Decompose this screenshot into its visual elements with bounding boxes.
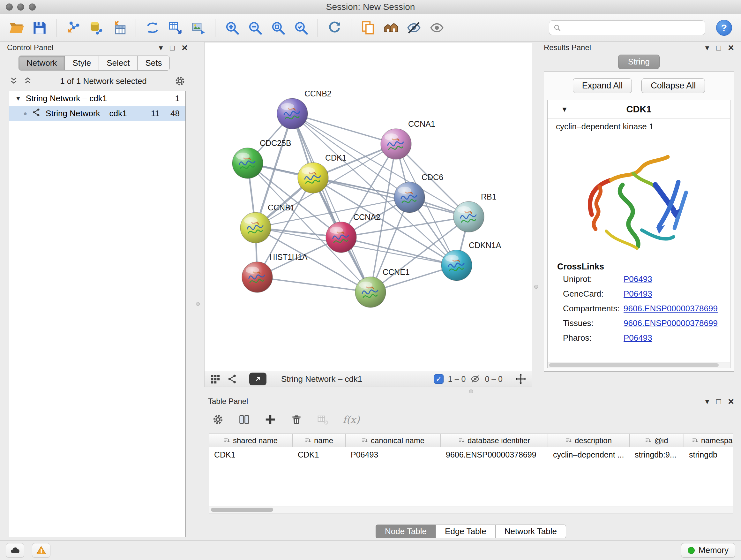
network-to-table-button[interactable] xyxy=(165,17,186,38)
tab-node-table[interactable]: Node Table xyxy=(376,524,436,538)
import-network-button[interactable] xyxy=(63,17,83,38)
collapse-panel-button[interactable]: ▾ xyxy=(705,44,710,52)
network-node-rb1[interactable]: RB1 xyxy=(454,192,496,232)
tree-expander-icon[interactable]: ▼ xyxy=(15,95,21,102)
close-panel-button[interactable]: × xyxy=(182,43,188,53)
function-builder-button[interactable]: f(x) xyxy=(343,414,360,425)
delete-column-button[interactable] xyxy=(290,414,302,426)
pharos-link[interactable]: P06493 xyxy=(623,333,652,343)
genecard-link[interactable]: P06493 xyxy=(623,289,652,299)
collapse-all-button[interactable]: Collapse All xyxy=(642,78,705,93)
tab-network-table[interactable]: Network Table xyxy=(495,524,566,538)
tab-string[interactable]: String xyxy=(618,55,660,69)
zoom-selected-button[interactable] xyxy=(291,17,311,38)
zoom-fit-button[interactable] xyxy=(268,17,288,38)
network-node-ccnb1[interactable]: CCNB1 xyxy=(240,203,295,243)
network-node-cdk1[interactable]: CDK1 xyxy=(298,153,347,193)
network-row[interactable]: ● String Network – cdk1 11 48 xyxy=(9,106,185,121)
network-node-ccna1[interactable]: CCNA1 xyxy=(381,119,435,159)
string-results-box: Expand All Collapse All ▼ CDK1 cyclin–de… xyxy=(544,71,734,372)
grid-view-button[interactable] xyxy=(210,374,220,384)
splitter-handle[interactable] xyxy=(469,389,473,393)
column-header-shared-name[interactable]: shared name xyxy=(209,434,293,447)
crosshair-icon xyxy=(515,373,527,385)
minimize-window-button[interactable] xyxy=(17,3,24,10)
network-node-cdc25b[interactable]: CDC25B xyxy=(232,138,291,179)
network-node-hist1h1a[interactable]: HIST1H1A xyxy=(242,253,308,293)
tab-edge-table[interactable]: Edge Table xyxy=(435,524,495,538)
table-row[interactable]: CDK1 CDK1 P06493 9606.ENSP00000378699 cy… xyxy=(209,447,733,462)
node-label-cdc25b: CDC25B xyxy=(260,138,291,147)
float-panel-button[interactable]: □ xyxy=(170,44,175,52)
network-edge-ccnb2-ccne1[interactable] xyxy=(292,114,370,292)
close-panel-button[interactable]: × xyxy=(728,396,734,407)
search-input[interactable] xyxy=(564,23,701,33)
tab-sets[interactable]: Sets xyxy=(138,56,170,70)
network-share-button[interactable] xyxy=(227,374,238,384)
column-header-namespace[interactable]: namespac xyxy=(684,434,733,447)
import-network-from-database-button[interactable] xyxy=(86,17,106,38)
hide-selected-button[interactable] xyxy=(404,17,424,38)
open-in-new-window-button[interactable] xyxy=(249,373,266,385)
warnings-button[interactable] xyxy=(32,543,51,558)
compartments-link[interactable]: 9606.ENSP00000378699 xyxy=(623,304,718,314)
network-edge-ccnb2-ccna1[interactable] xyxy=(292,114,396,144)
show-columns-button[interactable] xyxy=(238,414,250,426)
memory-button[interactable]: Memory xyxy=(681,543,735,558)
table-options-button[interactable] xyxy=(212,414,224,426)
float-panel-button[interactable]: □ xyxy=(716,44,721,52)
expand-tree-button[interactable] xyxy=(23,76,32,86)
splitter-handle[interactable] xyxy=(196,302,200,306)
close-window-button[interactable] xyxy=(6,3,13,10)
refresh-button[interactable] xyxy=(324,17,345,38)
splitter-handle[interactable] xyxy=(534,285,538,289)
zoom-in-button[interactable] xyxy=(222,17,242,38)
zoom-out-button[interactable] xyxy=(245,17,265,38)
tab-select[interactable]: Select xyxy=(99,56,138,70)
import-table-button[interactable] xyxy=(109,17,129,38)
tab-style[interactable]: Style xyxy=(65,56,99,70)
export-image-button[interactable] xyxy=(188,17,209,38)
collapse-panel-button[interactable]: ▾ xyxy=(159,44,163,52)
delete-table-button[interactable] xyxy=(317,414,329,426)
network-node-ccne1[interactable]: CCNE1 xyxy=(355,267,410,307)
node-label-rb1: RB1 xyxy=(481,192,496,201)
zoom-window-button[interactable] xyxy=(29,3,36,10)
collapse-panel-button[interactable]: ▾ xyxy=(705,397,710,406)
results-panel-title: Results Panel xyxy=(544,43,591,52)
scrollbar-thumb[interactable] xyxy=(549,363,719,367)
collapse-tree-button[interactable] xyxy=(9,76,18,86)
float-panel-button[interactable]: □ xyxy=(716,397,721,406)
network-canvas[interactable]: CCNB2CCNA1CDC25BCDK1CDC6RB1CCNB1CCNA2CDK… xyxy=(205,43,532,371)
help-button[interactable]: ? xyxy=(716,20,732,36)
network-exchange-button[interactable] xyxy=(142,17,163,38)
column-header-database-identifier[interactable]: database identifier xyxy=(441,434,548,447)
create-column-button[interactable] xyxy=(264,414,276,426)
open-session-button[interactable] xyxy=(6,17,27,38)
pan-crosshair-button[interactable] xyxy=(515,373,527,385)
network-collection-row[interactable]: ▼ String Network – cdk1 1 xyxy=(9,91,185,106)
gene-expander-icon[interactable]: ▼ xyxy=(561,105,568,114)
scrollbar-thumb[interactable] xyxy=(211,508,273,512)
cloud-status-button[interactable] xyxy=(6,543,24,558)
selected-checkbox[interactable]: ✓ xyxy=(434,374,444,384)
column-header-description[interactable]: description xyxy=(548,434,630,447)
column-header-id[interactable]: @id xyxy=(630,434,684,447)
save-session-button[interactable] xyxy=(29,17,50,38)
column-header-canonical-name[interactable]: canonical name xyxy=(346,434,441,447)
show-selected-button[interactable] xyxy=(427,17,447,38)
node-label-cdc6: CDC6 xyxy=(421,173,443,182)
duplicate-network-button[interactable] xyxy=(358,17,378,38)
tissues-link[interactable]: 9606.ENSP00000378699 xyxy=(623,318,718,328)
tab-network[interactable]: Network xyxy=(19,56,65,70)
network-options-button[interactable] xyxy=(174,75,186,87)
graphics-details-button[interactable] xyxy=(381,17,401,38)
expand-all-button[interactable]: Expand All xyxy=(573,78,632,93)
network-edge-hist1h1a-ccne1[interactable] xyxy=(257,277,370,292)
close-panel-button[interactable]: × xyxy=(728,43,734,53)
uniprot-link[interactable]: P06493 xyxy=(623,274,652,284)
gene-header-row[interactable]: ▼ CDK1 xyxy=(548,100,730,119)
cell-id: stringdb:9... xyxy=(630,450,684,459)
column-header-name[interactable]: name xyxy=(293,434,346,447)
network-node-cdkn1a[interactable]: CDKN1A xyxy=(441,241,501,281)
